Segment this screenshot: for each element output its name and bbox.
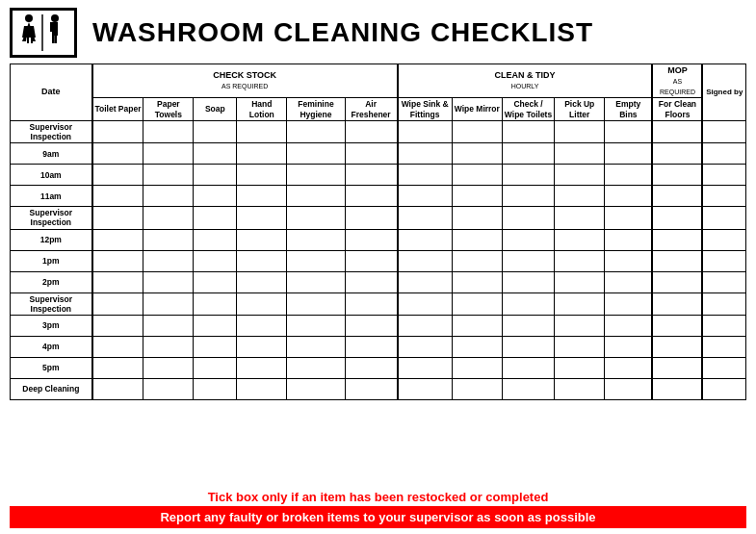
checklist-cell[interactable] bbox=[398, 357, 453, 378]
checklist-cell[interactable] bbox=[452, 357, 502, 378]
checklist-cell[interactable] bbox=[143, 357, 194, 378]
checklist-cell[interactable] bbox=[143, 292, 194, 315]
checklist-cell[interactable] bbox=[237, 250, 287, 271]
checklist-cell[interactable] bbox=[452, 165, 502, 186]
checklist-cell[interactable] bbox=[92, 336, 143, 357]
checklist-cell[interactable] bbox=[287, 292, 345, 315]
checklist-cell[interactable] bbox=[605, 357, 653, 378]
checklist-cell[interactable] bbox=[287, 120, 345, 142]
checklist-cell[interactable] bbox=[652, 186, 702, 207]
checklist-cell[interactable] bbox=[143, 120, 194, 142]
checklist-cell[interactable] bbox=[345, 250, 397, 271]
checklist-cell[interactable] bbox=[702, 207, 745, 229]
checklist-cell[interactable] bbox=[287, 143, 345, 165]
checklist-cell[interactable] bbox=[605, 378, 653, 399]
checklist-cell[interactable] bbox=[143, 207, 194, 229]
checklist-cell[interactable] bbox=[652, 143, 702, 165]
checklist-cell[interactable] bbox=[502, 357, 554, 378]
checklist-cell[interactable] bbox=[287, 315, 345, 336]
checklist-cell[interactable] bbox=[452, 271, 502, 292]
checklist-cell[interactable] bbox=[702, 186, 745, 207]
checklist-cell[interactable] bbox=[345, 229, 397, 250]
checklist-cell[interactable] bbox=[452, 315, 502, 336]
checklist-cell[interactable] bbox=[92, 271, 143, 292]
checklist-cell[interactable] bbox=[194, 143, 237, 165]
checklist-cell[interactable] bbox=[605, 207, 653, 229]
checklist-cell[interactable] bbox=[555, 357, 605, 378]
checklist-cell[interactable] bbox=[555, 120, 605, 142]
checklist-cell[interactable] bbox=[287, 378, 345, 399]
checklist-cell[interactable] bbox=[555, 292, 605, 315]
checklist-cell[interactable] bbox=[287, 336, 345, 357]
checklist-cell[interactable] bbox=[143, 250, 194, 271]
checklist-cell[interactable] bbox=[702, 336, 745, 357]
checklist-cell[interactable] bbox=[452, 186, 502, 207]
checklist-cell[interactable] bbox=[287, 250, 345, 271]
checklist-cell[interactable] bbox=[345, 207, 397, 229]
checklist-cell[interactable] bbox=[452, 143, 502, 165]
checklist-cell[interactable] bbox=[652, 292, 702, 315]
checklist-cell[interactable] bbox=[92, 120, 143, 142]
checklist-cell[interactable] bbox=[555, 229, 605, 250]
checklist-cell[interactable] bbox=[143, 378, 194, 399]
checklist-cell[interactable] bbox=[555, 186, 605, 207]
checklist-cell[interactable] bbox=[555, 336, 605, 357]
checklist-cell[interactable] bbox=[398, 165, 453, 186]
checklist-cell[interactable] bbox=[143, 271, 194, 292]
checklist-cell[interactable] bbox=[605, 143, 653, 165]
checklist-cell[interactable] bbox=[92, 186, 143, 207]
checklist-cell[interactable] bbox=[237, 271, 287, 292]
checklist-cell[interactable] bbox=[194, 165, 237, 186]
checklist-cell[interactable] bbox=[143, 165, 194, 186]
checklist-cell[interactable] bbox=[502, 378, 554, 399]
checklist-cell[interactable] bbox=[194, 207, 237, 229]
checklist-cell[interactable] bbox=[398, 250, 453, 271]
checklist-cell[interactable] bbox=[452, 336, 502, 357]
checklist-cell[interactable] bbox=[237, 165, 287, 186]
checklist-cell[interactable] bbox=[345, 357, 397, 378]
checklist-cell[interactable] bbox=[237, 336, 287, 357]
checklist-cell[interactable] bbox=[143, 186, 194, 207]
checklist-cell[interactable] bbox=[605, 165, 653, 186]
checklist-cell[interactable] bbox=[555, 165, 605, 186]
checklist-cell[interactable] bbox=[605, 292, 653, 315]
checklist-cell[interactable] bbox=[398, 229, 453, 250]
checklist-cell[interactable] bbox=[194, 315, 237, 336]
checklist-cell[interactable] bbox=[452, 207, 502, 229]
checklist-cell[interactable] bbox=[345, 271, 397, 292]
checklist-cell[interactable] bbox=[92, 315, 143, 336]
checklist-cell[interactable] bbox=[502, 229, 554, 250]
checklist-cell[interactable] bbox=[452, 292, 502, 315]
checklist-cell[interactable] bbox=[194, 186, 237, 207]
checklist-cell[interactable] bbox=[345, 186, 397, 207]
checklist-cell[interactable] bbox=[702, 143, 745, 165]
checklist-cell[interactable] bbox=[237, 143, 287, 165]
checklist-cell[interactable] bbox=[555, 207, 605, 229]
checklist-cell[interactable] bbox=[345, 336, 397, 357]
checklist-cell[interactable] bbox=[237, 120, 287, 142]
checklist-cell[interactable] bbox=[92, 165, 143, 186]
checklist-cell[interactable] bbox=[502, 120, 554, 142]
checklist-cell[interactable] bbox=[345, 315, 397, 336]
checklist-cell[interactable] bbox=[287, 207, 345, 229]
checklist-cell[interactable] bbox=[237, 315, 287, 336]
checklist-cell[interactable] bbox=[702, 250, 745, 271]
checklist-cell[interactable] bbox=[555, 315, 605, 336]
checklist-cell[interactable] bbox=[605, 186, 653, 207]
checklist-cell[interactable] bbox=[92, 207, 143, 229]
checklist-cell[interactable] bbox=[452, 120, 502, 142]
checklist-cell[interactable] bbox=[398, 315, 453, 336]
checklist-cell[interactable] bbox=[345, 165, 397, 186]
checklist-cell[interactable] bbox=[652, 336, 702, 357]
checklist-cell[interactable] bbox=[452, 378, 502, 399]
checklist-cell[interactable] bbox=[398, 207, 453, 229]
checklist-cell[interactable] bbox=[237, 207, 287, 229]
checklist-cell[interactable] bbox=[237, 378, 287, 399]
checklist-cell[interactable] bbox=[555, 250, 605, 271]
checklist-cell[interactable] bbox=[398, 120, 453, 142]
checklist-cell[interactable] bbox=[398, 186, 453, 207]
checklist-cell[interactable] bbox=[237, 229, 287, 250]
checklist-cell[interactable] bbox=[398, 336, 453, 357]
checklist-cell[interactable] bbox=[194, 120, 237, 142]
checklist-cell[interactable] bbox=[237, 292, 287, 315]
